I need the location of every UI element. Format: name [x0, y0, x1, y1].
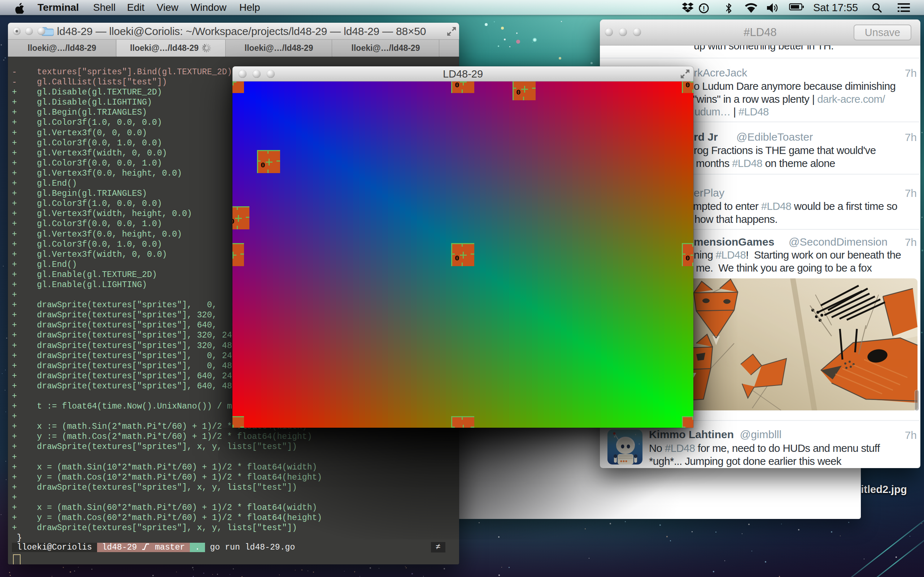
svg-text:!: ! — [703, 5, 705, 12]
